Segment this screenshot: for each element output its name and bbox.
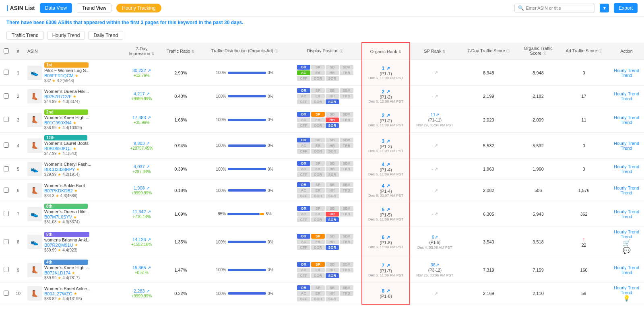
asin-code[interactable]: B09FFR1QCM xyxy=(44,73,74,78)
row-traffic-score: 2,199 xyxy=(460,86,518,107)
row-checkbox[interactable] xyxy=(0,86,12,107)
row-organic-rank: 4 ↗ (P1-4) Dec 6, 03:07 AM PST xyxy=(362,180,410,201)
product-name: Pilot ~ Women Lug S... xyxy=(44,68,90,73)
hourly-trend-link[interactable]: Hourly Trend xyxy=(611,186,642,190)
favorite-icon[interactable]: ★ xyxy=(74,291,77,296)
trend-link[interactable]: Trend xyxy=(611,190,642,195)
favorite-icon[interactable]: ★ xyxy=(73,121,76,125)
row-checkbox[interactable] xyxy=(0,107,12,133)
impression-change: +1552.16% xyxy=(124,242,159,247)
favorite-icon[interactable]: ★ xyxy=(74,188,78,193)
hourly-trend-link[interactable]: Hourly Trend xyxy=(611,141,642,146)
bulb-icon[interactable]: 💡 xyxy=(623,295,630,301)
asin-code[interactable]: B072KLD174 xyxy=(44,270,70,275)
asin-code[interactable]: B07PKDKDB2 xyxy=(44,188,73,193)
hourly-trend-link[interactable]: Hourly Trend xyxy=(611,91,642,96)
asin-info: 8th Women's Duena Hiki... B07M7L6SYV ★ $… xyxy=(44,204,89,224)
impression-value[interactable]: 4,217 ↗ xyxy=(124,91,159,97)
row-traffic-ratio: 0.18% xyxy=(161,180,201,201)
row-traffic-ratio: 0.40% xyxy=(161,86,201,107)
product-image: 👢 xyxy=(27,263,42,277)
hourly-trend-link[interactable]: Hourly Trend xyxy=(611,209,642,214)
trend-link[interactable]: Trend xyxy=(611,96,642,101)
row-traffic-ratio: 0.39% xyxy=(161,159,201,180)
row-checkbox[interactable] xyxy=(0,227,12,257)
trend-link[interactable]: Trend xyxy=(611,290,642,295)
asin-code[interactable]: B0BD99JKQJ xyxy=(44,146,72,151)
row-checkbox[interactable] xyxy=(0,60,12,86)
trend-link[interactable]: Trend xyxy=(611,146,642,151)
row-checkbox[interactable] xyxy=(0,159,12,180)
row-checkbox[interactable] xyxy=(0,133,12,159)
trend-link[interactable]: Trend xyxy=(611,73,642,78)
hourly-trend-link[interactable]: Hourly Trend xyxy=(611,285,642,290)
impression-value[interactable]: 30,232 ↗ xyxy=(124,68,159,73)
impression-value[interactable]: 14,126 ↗ xyxy=(124,237,159,242)
favorite-icon[interactable]: ★ xyxy=(72,271,75,275)
export-dropdown-button[interactable]: ▼ xyxy=(600,4,609,12)
favorite-icon[interactable]: ★ xyxy=(76,167,80,171)
table-row: 2 👢 Women's Duena Hiki... B0757R7CVF ★ $… xyxy=(0,86,644,107)
trend-link[interactable]: Trend xyxy=(611,270,642,275)
row-checkbox[interactable] xyxy=(0,283,12,304)
impression-value[interactable]: 9,803 ↗ xyxy=(124,141,159,146)
hourly-trend-link[interactable]: Hourly Trend xyxy=(611,265,642,270)
select-all-checkbox[interactable] xyxy=(4,48,9,54)
asin-count: 6309 xyxy=(46,20,57,25)
hourly-trend-link[interactable]: Hourly Trend xyxy=(611,229,642,234)
hourly-trend-link[interactable]: Hourly Trend xyxy=(611,115,642,120)
row-checkbox[interactable] xyxy=(0,201,12,227)
favorite-icon[interactable]: ★ xyxy=(73,146,76,151)
row-asin: 👟 8th Women's Duena Hiki... B07M7L6SYV ★… xyxy=(24,201,123,227)
row-sp-rank: - ↗ xyxy=(410,133,460,159)
trend-link[interactable]: Trend xyxy=(611,120,642,125)
row-ad-traffic: 362 xyxy=(559,201,609,227)
product-image: 👢 xyxy=(27,113,42,127)
row-num: 2 xyxy=(12,86,24,107)
asin-code[interactable]: B0CD3338RPY xyxy=(44,167,75,172)
trend-link[interactable]: Trend xyxy=(611,234,642,239)
row-impression: 30,232 ↗ +12.76% xyxy=(123,60,161,86)
hourly-trend-link[interactable]: Hourly Trend xyxy=(611,68,642,73)
favorite-icon[interactable]: ★ xyxy=(75,74,78,78)
data-view-button[interactable]: Data View xyxy=(40,3,72,13)
page-title: ASIN List xyxy=(10,5,35,11)
hourly-tracking-button[interactable]: Hourly Tracking xyxy=(116,4,161,12)
impression-value[interactable]: 11,342 ↗ xyxy=(124,209,159,214)
discord-icon[interactable]: 💬 xyxy=(623,247,631,254)
impression-value[interactable]: 2,283 ↗ xyxy=(124,289,159,294)
impression-value[interactable]: 4,037 ↗ xyxy=(124,164,159,169)
row-checkbox[interactable] xyxy=(0,180,12,201)
asin-code[interactable]: B07R2QM91U xyxy=(44,243,73,248)
search-input[interactable] xyxy=(526,6,590,10)
row-sp-rank: - ↗ xyxy=(410,283,460,304)
daily-trend-button[interactable]: Daily Trend xyxy=(88,31,123,40)
cart-icon[interactable]: 🛒 xyxy=(623,239,631,246)
impression-value[interactable]: 15,365 ↗ xyxy=(124,265,159,270)
row-organic-traffic: 506 xyxy=(518,180,559,201)
row-organic-rank: 2 ↗ (P1-2) Dec 6, 12:08 AM PST xyxy=(362,86,410,107)
favorite-icon[interactable]: ★ xyxy=(73,215,77,219)
traffic-trend-button[interactable]: Traffic Trend xyxy=(6,31,44,40)
row-organic-traffic: 5,532 xyxy=(518,133,559,159)
asin-code[interactable]: B00JLZ7WZG xyxy=(44,291,72,296)
row-checkbox[interactable] xyxy=(0,257,12,283)
asin-code[interactable]: B0757R7CVF xyxy=(44,94,72,99)
trend-link[interactable]: Trend xyxy=(611,169,642,174)
row-traffic-score: 7,319 xyxy=(460,257,518,283)
trend-view-button[interactable]: Trend View xyxy=(77,3,111,13)
favorite-icon[interactable]: ★ xyxy=(74,243,78,247)
hourly-trend-button[interactable]: Hourly Trend xyxy=(47,31,85,40)
favorite-icon[interactable]: ★ xyxy=(73,94,76,99)
asin-code[interactable]: B07M7L6SYV xyxy=(44,214,72,219)
impression-value[interactable]: 17,483 ↗ xyxy=(124,115,159,120)
row-organic-traffic: 2,182 xyxy=(518,86,559,107)
trend-link[interactable]: Trend xyxy=(611,214,642,219)
row-traffic-dist: 100% 0% xyxy=(201,257,289,283)
hourly-trend-link[interactable]: Hourly Trend xyxy=(611,164,642,169)
row-action: Hourly Trend Trend xyxy=(609,86,644,107)
impression-value[interactable]: 1,908 ↗ xyxy=(124,186,159,191)
export-button[interactable]: Export xyxy=(614,3,638,13)
asin-code[interactable]: B01G990XN4 xyxy=(44,120,72,125)
product-price: $32 ★ 4.2(5948) xyxy=(44,78,90,83)
